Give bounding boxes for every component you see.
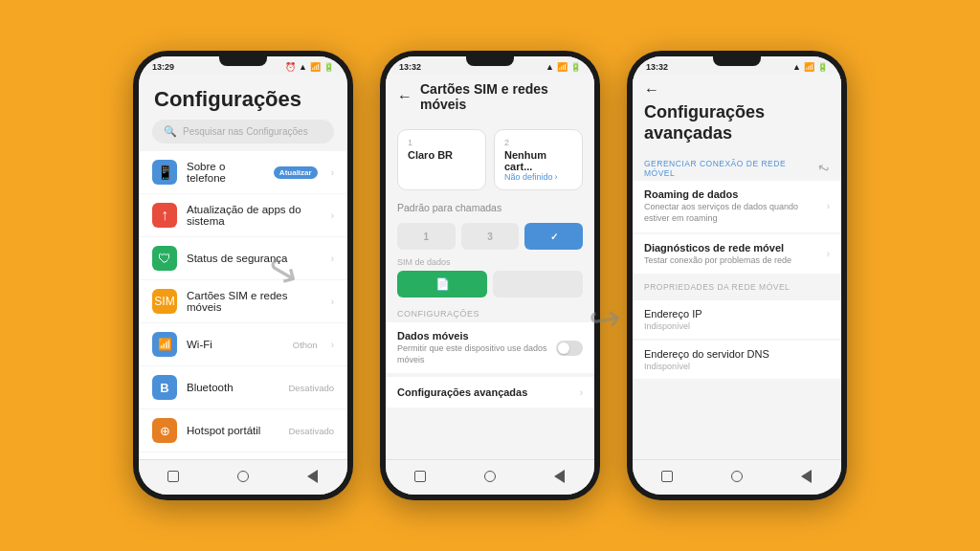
- sim-num-1: 1: [408, 138, 476, 147]
- diagnostics-text: Diagnósticos de rede móvel Testar conexã…: [644, 242, 823, 267]
- battery-icon: 🔋: [323, 62, 334, 72]
- roaming-title: Roaming de dados: [644, 188, 823, 200]
- bluetooth-item[interactable]: B Bluetooth Desativado: [139, 366, 347, 408]
- bluetooth-icon: B: [152, 375, 177, 400]
- prop-section: PROPRIEDADES DA REDE MÓVEL: [633, 275, 841, 299]
- search-bar[interactable]: 🔍 Pesquisar nas Configurações: [152, 120, 334, 143]
- nav-circle[interactable]: [728, 468, 746, 485]
- list-item[interactable]: ⊙ Conexão e compartilhamento ›: [139, 452, 347, 459]
- item-label: Status de segurança: [187, 253, 318, 264]
- chevron-icon: ›: [331, 340, 334, 350]
- ip-label: Endereço IP: [644, 308, 830, 320]
- bottom-nav-2: [386, 459, 594, 495]
- roaming-item[interactable]: Roaming de dados Conectar aos serviços d…: [633, 181, 841, 231]
- list-item[interactable]: 📱 Sobre o telefone Atualizar ›: [139, 151, 347, 193]
- status-time-2: 13:32: [399, 62, 421, 72]
- list-item[interactable]: ⊕ Hotspot portátil Desativado: [139, 409, 347, 452]
- item-label: Sobre o telefone: [187, 161, 264, 184]
- mobile-data-desc: Permitir que este dispositivo use dados …: [397, 343, 556, 365]
- status-icons-3: ▲ 📶 🔋: [792, 62, 828, 72]
- item-label: Hotspot portátil: [187, 425, 278, 436]
- dns-label: Endereço do servidor DNS: [644, 348, 830, 360]
- sim1-call-toggle[interactable]: 1: [397, 223, 456, 250]
- security-icon: 🛡: [152, 246, 177, 271]
- sim-name-1: Claro BR: [408, 149, 476, 161]
- item-label: Atualização de apps dosistema: [187, 204, 318, 227]
- ip-item: Endereço IP Indisponível: [633, 300, 841, 339]
- nav-square[interactable]: [165, 468, 182, 485]
- sim-data-label: SIM de dados: [397, 257, 583, 267]
- signal-icon: ▲: [792, 62, 801, 72]
- sim-card-2[interactable]: 2 Nenhum cart... Não definido ›: [494, 129, 583, 190]
- sim2-call-toggle[interactable]: 3: [461, 223, 520, 250]
- config-section-header: CONFIGURAÇÕES: [386, 301, 594, 320]
- back-button-3[interactable]: ←: [644, 81, 830, 99]
- nav-circle[interactable]: [234, 468, 252, 485]
- advanced-settings-item[interactable]: Configurações avançadas ›: [386, 377, 594, 408]
- sim-data-section: SIM de dados 📄: [386, 253, 594, 301]
- wifi-menu-icon: 📶: [152, 332, 177, 357]
- nav-back[interactable]: [798, 468, 815, 485]
- list-item[interactable]: ↑ Atualização de apps dosistema ›: [139, 194, 347, 236]
- alarm-icon: ⏰: [285, 62, 296, 72]
- update-badge: Atualizar: [274, 166, 318, 179]
- chevron-icon: ›: [827, 201, 830, 211]
- sim-status-2: Não definido ›: [504, 172, 572, 182]
- phone-icon: 📱: [152, 160, 177, 185]
- item-label: Cartões SIM e redes móveis: [187, 290, 318, 313]
- nav-circle[interactable]: [481, 468, 499, 485]
- chevron-icon: ›: [555, 172, 558, 182]
- item-label: Bluetooth: [187, 382, 278, 393]
- status-icons-1: ⏰ ▲ 📶 🔋: [285, 62, 334, 72]
- page-title-2: Cartões SIM e redes móveis: [420, 81, 583, 112]
- list-item[interactable]: 🛡 Status de segurança ›: [139, 237, 347, 279]
- search-placeholder: Pesquisar nas Configurações: [183, 126, 308, 137]
- phone-1: 13:29 ⏰ ▲ 📶 🔋 Configurações 🔍 Pesquisar …: [133, 51, 353, 500]
- back-button-2[interactable]: ←: [397, 88, 412, 105]
- nav-square[interactable]: [658, 468, 676, 485]
- sim1-data-active[interactable]: 📄: [397, 271, 487, 298]
- chevron-icon: ›: [827, 249, 830, 259]
- sim-num-2: 2: [504, 138, 572, 147]
- battery-icon: 🔋: [817, 62, 828, 72]
- sim-cards-row: 1 Claro BR 2 Nenhum cart... Não definido…: [386, 120, 594, 196]
- screen-1: Configurações 🔍 Pesquisar nas Configuraç…: [139, 74, 347, 459]
- mobile-data-item[interactable]: Dados móveis Permitir que este dispositi…: [386, 322, 594, 373]
- battery-icon: 🔋: [570, 62, 581, 72]
- update-icon: ↑: [152, 203, 177, 228]
- mobile-data-toggle[interactable]: [556, 341, 583, 356]
- section-1-header: GERENCIAR CONEXÃO DE REDE MÓVEL ↩: [633, 151, 841, 180]
- bluetooth-value: Desativado: [288, 383, 334, 393]
- chevron-icon: ›: [331, 253, 334, 264]
- hotspot-icon: ⊕: [152, 418, 177, 443]
- chevron-icon: ›: [580, 387, 583, 398]
- mobile-data-row: Dados móveis Permitir que este dispositi…: [397, 330, 583, 365]
- nav-back[interactable]: [304, 468, 322, 485]
- phone-3: 13:32 ▲ 📶 🔋 ← Configuraçõesavançadas GER…: [627, 51, 847, 500]
- sim-data-toggle: 📄: [397, 271, 583, 298]
- screen-2: ← Cartões SIM e redes móveis 1 Claro BR …: [386, 74, 594, 459]
- signal-icon: ▲: [299, 62, 307, 72]
- nav-square[interactable]: [412, 468, 429, 485]
- diagnostics-item[interactable]: Diagnósticos de rede móvel Testar conexã…: [633, 234, 841, 275]
- sim-card-1[interactable]: 1 Claro BR: [397, 129, 486, 190]
- bottom-nav-3: [633, 459, 841, 495]
- sim-item[interactable]: SIM Cartões SIM e redes móveis ›: [139, 280, 347, 322]
- hotspot-value: Desativado: [288, 426, 334, 436]
- wifi-icon: 📶: [557, 62, 568, 72]
- settings-list: 📱 Sobre o telefone Atualizar › ↑ Atualiz…: [139, 151, 347, 459]
- chevron-icon: ›: [331, 297, 334, 307]
- roaming-desc: Conectar aos serviços de dados quando es…: [644, 202, 823, 224]
- nav-back[interactable]: [551, 468, 568, 485]
- item-label: Wi-Fi: [187, 339, 283, 350]
- search-icon: 🔍: [164, 125, 177, 138]
- list-item[interactable]: 📶 Wi-Fi Othon ›: [139, 323, 347, 365]
- mobile-data-title: Dados móveis: [397, 330, 556, 342]
- status-bar-1: 13:29 ⏰ ▲ 📶 🔋: [139, 56, 347, 74]
- mobile-data-text: Dados móveis Permitir que este dispositi…: [397, 330, 556, 365]
- auto-call-toggle[interactable]: ✓: [524, 223, 583, 250]
- wifi-icon: 📶: [804, 62, 814, 72]
- sim2-data-inactive[interactable]: [493, 271, 583, 298]
- section-2-header: PROPRIEDADES DA REDE MÓVEL: [644, 282, 830, 292]
- bottom-nav-1: [139, 459, 347, 495]
